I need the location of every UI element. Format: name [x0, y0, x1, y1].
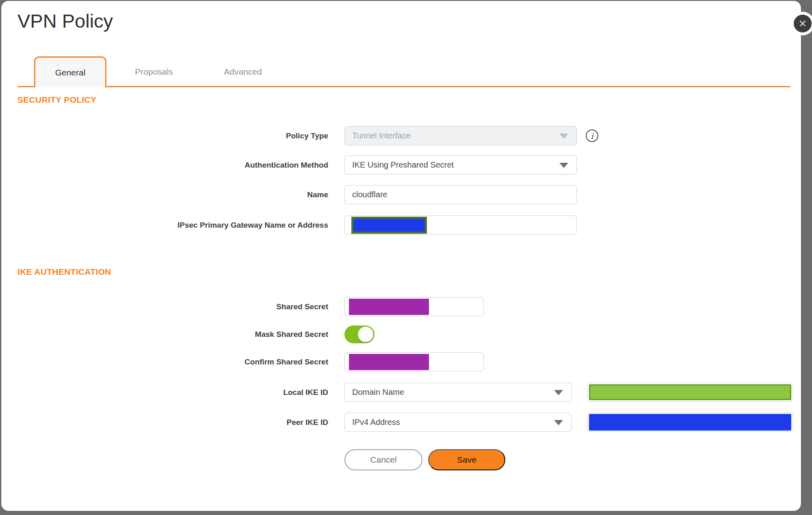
peer-ike-id-value-input[interactable]	[587, 413, 793, 432]
local-ike-id-value-input[interactable]	[587, 383, 793, 402]
auth-method-value: IKE Using Preshared Secret	[352, 160, 454, 170]
mask-shared-secret-label: Mask Shared Secret	[17, 330, 328, 339]
tab-proposals-label: Proposals	[135, 67, 173, 77]
gateway-row: IPsec Primary Gateway Name or Address	[17, 215, 794, 235]
info-glyph: i	[591, 131, 593, 140]
name-value: cloudflare	[352, 190, 388, 199]
toggle-knob	[358, 327, 373, 342]
tab-general[interactable]: General	[34, 56, 106, 87]
policy-type-select[interactable]: Tunnel Interface	[344, 126, 577, 145]
chevron-down-icon	[554, 390, 563, 395]
policy-type-row: Policy Type Tunnel Interface i	[17, 126, 794, 145]
gateway-input[interactable]	[344, 215, 577, 235]
shared-secret-input[interactable]	[344, 297, 484, 316]
auth-method-select[interactable]: IKE Using Preshared Secret	[344, 155, 577, 175]
redacted-value-block	[349, 299, 429, 315]
peer-ike-id-row: Peer IKE ID IPv4 Address	[17, 413, 794, 432]
peer-ike-id-value: IPv4 Address	[352, 418, 400, 427]
chevron-down-icon	[554, 420, 563, 425]
screen: VPN Policy General Proposals Advanced SE…	[0, 0, 812, 515]
gateway-label: IPsec Primary Gateway Name or Address	[17, 221, 328, 230]
redacted-value-block	[589, 384, 791, 400]
redacted-value-block	[589, 414, 791, 431]
section-heading-ike-authentication: IKE AUTHENTICATION	[17, 267, 794, 277]
shared-secret-label: Shared Secret	[17, 302, 328, 311]
save-button[interactable]: Save	[428, 449, 505, 470]
cancel-button[interactable]: Cancel	[344, 449, 422, 470]
tab-bar: General Proposals Advanced	[17, 56, 790, 87]
peer-ike-id-select[interactable]: IPv4 Address	[344, 413, 572, 432]
name-row: Name cloudflare	[17, 185, 794, 204]
mask-shared-secret-toggle[interactable]	[344, 325, 375, 343]
close-icon: ✕	[799, 19, 807, 29]
auth-method-label: Authentication Method	[17, 161, 328, 170]
confirm-shared-secret-input[interactable]	[344, 352, 484, 371]
local-ike-id-label: Local IKE ID	[17, 388, 328, 397]
mask-shared-secret-row: Mask Shared Secret	[17, 325, 794, 343]
form-content: SECURITY POLICY Policy Type Tunnel Inter…	[1, 95, 801, 470]
tab-general-label: General	[55, 68, 86, 78]
chevron-down-icon	[559, 163, 568, 168]
name-input[interactable]: cloudflare	[344, 185, 577, 204]
policy-type-value: Tunnel Interface	[352, 131, 411, 140]
info-icon[interactable]: i	[586, 129, 598, 142]
local-ike-id-select[interactable]: Domain Name	[344, 383, 572, 402]
local-ike-id-value: Domain Name	[352, 388, 404, 397]
redacted-value-block	[349, 354, 429, 370]
section-heading-security-policy: SECURITY POLICY	[17, 95, 794, 105]
action-buttons: Cancel Save	[344, 449, 794, 470]
vpn-policy-dialog: VPN Policy General Proposals Advanced SE…	[1, 1, 801, 511]
peer-ike-id-label: Peer IKE ID	[17, 418, 328, 427]
page-title: VPN Policy	[17, 9, 801, 33]
close-button[interactable]: ✕	[794, 15, 812, 32]
redacted-value-block	[351, 217, 427, 234]
tab-advanced[interactable]: Advanced	[218, 58, 268, 86]
shared-secret-row: Shared Secret	[17, 297, 794, 316]
local-ike-id-row: Local IKE ID Domain Name	[17, 383, 794, 402]
chevron-down-icon	[559, 134, 568, 139]
auth-method-row: Authentication Method IKE Using Preshare…	[17, 155, 794, 175]
tab-proposals[interactable]: Proposals	[129, 58, 179, 86]
confirm-shared-secret-row: Confirm Shared Secret	[17, 352, 794, 371]
policy-type-label: Policy Type	[17, 131, 328, 140]
confirm-shared-secret-label: Confirm Shared Secret	[17, 358, 328, 366]
tab-advanced-label: Advanced	[224, 67, 262, 77]
name-label: Name	[17, 190, 328, 199]
